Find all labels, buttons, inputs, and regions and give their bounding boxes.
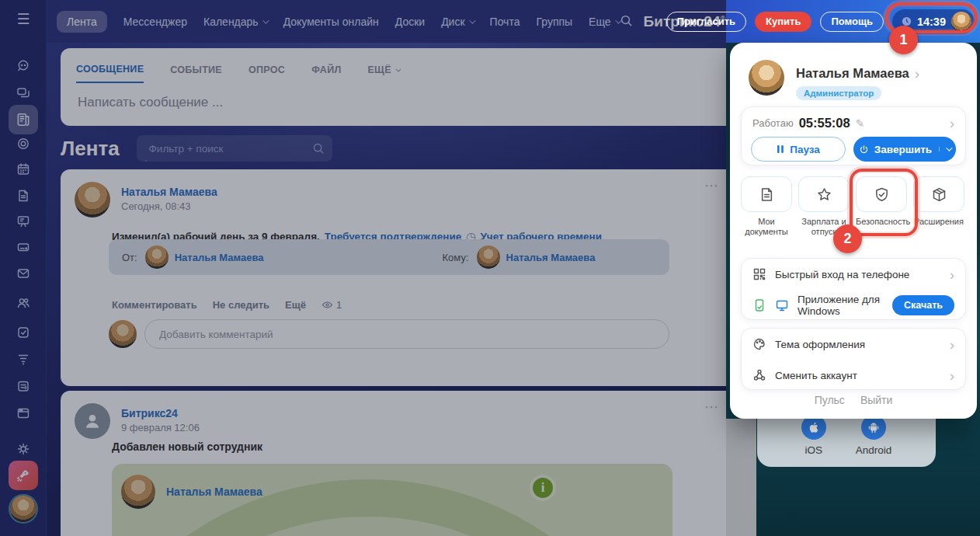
- help-button[interactable]: Помощь: [820, 12, 883, 32]
- finish-dropdown[interactable]: [939, 147, 950, 151]
- sidebar-user-avatar[interactable]: [10, 496, 36, 522]
- author-avatar[interactable]: [75, 182, 110, 218]
- document-icon: [759, 186, 775, 203]
- windows-app-row[interactable]: Приложение для Windows Скачать: [742, 290, 965, 321]
- qr-login-row[interactable]: Быстрый вход на телефоне ›: [742, 259, 965, 290]
- tab-event[interactable]: СОБЫТИЕ: [170, 64, 222, 83]
- chevron-down-icon: [395, 66, 401, 71]
- chevron-right-icon: ›: [950, 337, 954, 352]
- sites-icon[interactable]: [16, 406, 30, 420]
- tab-message[interactable]: СООБЩЕНИЕ: [76, 64, 144, 83]
- from-avatar[interactable]: [145, 245, 169, 269]
- extensions-label: Расширения: [913, 217, 964, 237]
- left-sidebar: ☰: [0, 0, 47, 536]
- feed-post-new-employee: ⋯ Битрикс24 9 февраля 12:06 Добавлен нов…: [61, 391, 730, 536]
- calendar-icon[interactable]: [16, 162, 30, 176]
- more-action[interactable]: Ещё: [285, 299, 306, 311]
- feed-post-workday: ⋯ Наталья Мамаева Сегодня, 08:43 Изменил…: [61, 169, 730, 386]
- nav-groups[interactable]: Группы: [536, 16, 572, 28]
- download-button[interactable]: Скачать: [892, 295, 954, 315]
- android-download[interactable]: Android: [856, 415, 892, 456]
- post-timestamp: Сегодня, 08:43: [121, 200, 217, 212]
- nav-docs-online[interactable]: Документы онлайн: [283, 16, 379, 28]
- worktime-card: Работаю 05:55:08 ✎ › Пауза Завершить: [741, 106, 966, 165]
- nav-feed[interactable]: Лента: [57, 11, 107, 33]
- composer-tabs: СООБЩЕНИЕ СОБЫТИЕ ОПРОС ФАЙЛ ЕЩЁ: [61, 48, 730, 83]
- finish-button[interactable]: Завершить: [853, 137, 956, 162]
- phone-check-icon: [752, 298, 766, 312]
- comment-input[interactable]: [144, 319, 669, 349]
- star-icon: [816, 186, 832, 203]
- settings-section-card: Тема оформления › Сменить аккаунт ›: [741, 328, 966, 390]
- nav-messenger[interactable]: Мессенджер: [123, 16, 187, 28]
- tab-more[interactable]: ЕЩЁ: [367, 64, 398, 83]
- popup-user-avatar[interactable]: [749, 60, 784, 96]
- nav-mail[interactable]: Почта: [490, 16, 520, 28]
- settings-gear-icon[interactable]: [16, 442, 30, 456]
- feed-icon-active[interactable]: [9, 105, 38, 134]
- edit-pencil-icon[interactable]: ✎: [856, 117, 865, 130]
- package-icon: [931, 186, 947, 203]
- filter-search-box[interactable]: [137, 135, 332, 162]
- monitor-icon: [775, 298, 789, 312]
- employee-avatar[interactable]: [121, 475, 155, 509]
- copilot-ring-icon[interactable]: [16, 137, 30, 151]
- post-menu-icon[interactable]: ⋯: [704, 399, 719, 416]
- unfollow-action[interactable]: Не следить: [213, 299, 269, 311]
- rocket-icon[interactable]: [9, 461, 38, 490]
- accounts-network-icon: [752, 368, 766, 382]
- from-to-bar: От: Наталья Мамаева Кому: Наталья Мамаев…: [109, 239, 669, 275]
- filter-search-input[interactable]: [148, 142, 312, 155]
- annotation-step-2: 2: [833, 224, 862, 253]
- search-icon: [312, 142, 325, 155]
- nav-boards[interactable]: Доски: [395, 16, 425, 28]
- hamburger-menu-icon[interactable]: ☰: [16, 12, 30, 26]
- ios-download[interactable]: iOS: [801, 415, 826, 456]
- employee-name-link[interactable]: Наталья Мамаева: [166, 486, 262, 498]
- author-name[interactable]: Наталья Мамаева: [121, 186, 217, 198]
- post-text: Добавлен новый сотрудник: [112, 440, 262, 453]
- nav-drive[interactable]: Диск: [441, 16, 473, 28]
- nav-more[interactable]: Еще: [589, 16, 620, 28]
- comment-action[interactable]: Комментировать: [112, 299, 197, 311]
- info-icon[interactable]: i: [530, 475, 556, 501]
- message-input[interactable]: [76, 94, 620, 111]
- buy-button[interactable]: Купить: [755, 12, 811, 32]
- role-badge: Администратор: [796, 86, 881, 100]
- switch-account-row[interactable]: Сменить аккаунт ›: [742, 360, 965, 391]
- automation-icon[interactable]: [16, 379, 30, 393]
- tab-poll[interactable]: ОПРОС: [248, 64, 285, 83]
- mail-icon[interactable]: [16, 266, 30, 280]
- nav-calendar[interactable]: Календарь: [203, 16, 267, 28]
- drive-icon[interactable]: [16, 240, 30, 254]
- boards-icon[interactable]: [16, 214, 30, 228]
- post-menu-icon[interactable]: ⋯: [704, 177, 719, 194]
- my-documents-tile[interactable]: [741, 176, 792, 212]
- logout-link[interactable]: Выйти: [860, 394, 892, 406]
- from-name-link[interactable]: Наталья Мамаева: [175, 252, 264, 263]
- pause-button[interactable]: Пауза: [751, 137, 846, 162]
- author-name[interactable]: Битрикс24: [121, 407, 200, 419]
- palette-icon: [752, 337, 766, 351]
- extensions-tile[interactable]: [913, 176, 964, 212]
- copilot-icon[interactable]: [16, 59, 30, 73]
- crm-funnel-icon[interactable]: [16, 352, 30, 366]
- popup-user-name[interactable]: Наталья Мамаева›: [796, 66, 919, 81]
- tasks-icon[interactable]: [16, 325, 30, 339]
- bitrix-system-avatar: [75, 403, 110, 439]
- to-avatar[interactable]: [477, 245, 500, 269]
- chevron-down-icon: [946, 144, 952, 151]
- theme-row[interactable]: Тема оформления ›: [742, 329, 965, 360]
- tab-file[interactable]: ФАЙЛ: [311, 64, 341, 83]
- to-name-link[interactable]: Наталья Мамаева: [506, 252, 596, 263]
- work-status-label: Работаю: [752, 117, 794, 129]
- pulse-link[interactable]: Пульс: [815, 394, 845, 406]
- messenger-icon[interactable]: [16, 86, 30, 100]
- salary-vacation-tile[interactable]: [798, 176, 850, 212]
- chevron-right-icon: ›: [950, 267, 954, 282]
- documents-icon[interactable]: [16, 189, 30, 203]
- search-icon[interactable]: [620, 14, 633, 30]
- chevron-right-icon[interactable]: ›: [950, 116, 954, 131]
- groups-icon[interactable]: [16, 296, 30, 310]
- invite-button[interactable]: Пригласить: [666, 12, 746, 32]
